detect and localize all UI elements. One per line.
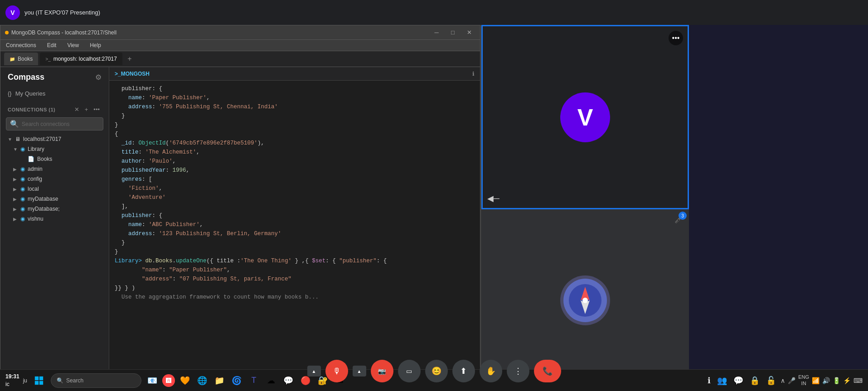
db-item-admin[interactable]: ▶ ◉ admin xyxy=(0,164,109,174)
aravind-avatar xyxy=(560,275,610,325)
more-button[interactable]: ⋮ xyxy=(507,360,529,382)
raise-hand-button[interactable]: ✋ xyxy=(480,360,502,382)
db-item-local[interactable]: ▶ ◉ local xyxy=(0,184,109,194)
db-item-library[interactable]: ▼ ◉ Library xyxy=(0,144,109,154)
db-name-local: local xyxy=(28,186,39,192)
menu-help[interactable]: Help xyxy=(88,41,103,49)
search-bar[interactable]: 🔍 Search xyxy=(51,373,141,388)
lang-line1: ENG xyxy=(798,374,809,380)
search-connections-icon: 🔍 xyxy=(10,120,19,128)
menu-view[interactable]: View xyxy=(65,41,81,49)
shell-icon: >_ xyxy=(45,57,50,62)
db-item-vishnu[interactable]: ▶ ◉ vishnu xyxy=(0,214,109,224)
folder-icon: 📁 xyxy=(10,57,15,62)
lang-line2: IN xyxy=(798,381,809,386)
db-icon-vishnu: ◉ xyxy=(20,216,25,222)
taskbar-icon-onedrive[interactable]: ☁ xyxy=(264,373,278,388)
audio-source-up-button[interactable]: ▲ xyxy=(307,366,321,377)
captions-button[interactable]: ▭ xyxy=(398,360,421,382)
taskbar-icon-teams[interactable]: T xyxy=(247,373,261,388)
compass-window: MongoDB Compass - localhost:27017/Shell … xyxy=(0,25,480,391)
db-item-mydatabase[interactable]: ▶ ◉ myDatabase xyxy=(0,194,109,204)
remove-connection-button[interactable]: ✕ xyxy=(73,105,81,114)
start-button[interactable] xyxy=(31,372,47,389)
code-line: name: 'ABC Publisher', xyxy=(115,220,475,229)
lock-meet-icon[interactable]: 🔓 xyxy=(766,376,776,386)
present-button[interactable]: ⬆ xyxy=(452,360,475,382)
activities-meet-icon[interactable]: 🔒 xyxy=(750,376,760,386)
database-tree: ▼ 🖥 localhost:27017 ▼ ◉ Library 📄 B xyxy=(0,132,109,391)
video-source-up-button[interactable]: ▲ xyxy=(353,366,366,377)
maximize-button[interactable]: □ xyxy=(446,28,459,37)
close-button[interactable]: ✕ xyxy=(463,28,475,37)
taskbar-icon-app1[interactable]: 🅰 xyxy=(162,374,175,387)
mute-button[interactable]: 🎙 xyxy=(325,360,348,382)
minimize-button[interactable]: ─ xyxy=(430,28,443,37)
add-connection-button[interactable]: + xyxy=(83,105,90,114)
avatar: V xyxy=(5,5,20,20)
code-line: 'Fiction', xyxy=(115,184,475,193)
battery-icon[interactable]: 🔋 xyxy=(833,377,840,384)
chat-meet-icon[interactable]: 💬 xyxy=(733,376,743,386)
svg-rect-6 xyxy=(39,376,43,380)
info-meet-icon[interactable]: ℹ xyxy=(708,376,711,386)
sidebar-header: Compass ⚙ xyxy=(0,67,109,86)
self-avatar: V xyxy=(560,92,610,142)
taskbar-icon-whatsapp[interactable]: 💬 xyxy=(281,373,296,388)
taskbar-icon-browser[interactable]: 🌐 xyxy=(195,373,209,388)
camera-off-button[interactable]: 📷 xyxy=(371,360,393,382)
shell-info-icon[interactable]: ℹ xyxy=(472,71,475,77)
connections-actions: ✕ + ••• xyxy=(73,105,102,114)
taskbar-time: 19:31 ic xyxy=(5,373,19,388)
end-call-button[interactable]: 📞 xyxy=(534,360,561,382)
svg-rect-8 xyxy=(39,381,43,384)
taskbar-icon-mail[interactable]: 📧 xyxy=(145,373,160,388)
code-line: }} } ) xyxy=(115,284,475,293)
sidebar-item-my-queries[interactable]: {} My Queries xyxy=(8,87,102,100)
db-item-localhost[interactable]: ▼ 🖥 localhost:27017 xyxy=(0,134,109,144)
expand-arrow-admin: ▶ xyxy=(13,167,18,172)
search-connections-input[interactable] xyxy=(22,121,99,127)
menu-connections[interactable]: Connections xyxy=(4,41,38,49)
taskbar-icon-app2[interactable]: 🧡 xyxy=(178,373,192,388)
tab-mongosh[interactable]: >_ mongosh: localhost:27017 xyxy=(40,53,122,65)
more-icon: ⋮ xyxy=(514,366,522,376)
window-title-text: MongoDB Compass - localhost:27017/Shell xyxy=(11,29,116,36)
meet-bar-icons: ℹ 👥 💬 🔒 🔓 xyxy=(708,376,776,386)
date-display: ic xyxy=(5,381,19,388)
code-line: name: 'Paper Publisher', xyxy=(115,93,475,102)
taskbar-icon-edge[interactable]: 🌀 xyxy=(229,373,244,388)
more-connections-button[interactable]: ••• xyxy=(92,105,102,114)
tray-arrow-icon[interactable]: ∧ xyxy=(781,377,785,384)
emoji-button[interactable]: 😊 xyxy=(425,360,448,382)
tab-books[interactable]: 📁 Books xyxy=(4,53,38,65)
keyboard-icon[interactable]: ⌨ xyxy=(853,377,863,384)
language-badge[interactable]: ENG IN xyxy=(798,374,809,386)
db-icon-admin: ◉ xyxy=(20,166,25,172)
people-meet-icon[interactable]: 👥 xyxy=(717,376,727,386)
tab-mongosh-label: mongosh: localhost:27017 xyxy=(53,56,117,62)
main-area: MongoDB Compass - localhost:27017/Shell … xyxy=(0,25,868,391)
taskbar-icon-folder[interactable]: 📁 xyxy=(212,373,227,388)
settings-icon[interactable]: ⚙ xyxy=(95,73,102,82)
menu-edit[interactable]: Edit xyxy=(45,41,58,49)
db-item-config[interactable]: ▶ ◉ config xyxy=(0,174,109,184)
db-item-mydatabase2[interactable]: ▶ ◉ myDatabase; xyxy=(0,204,109,214)
tab-add-button[interactable]: + xyxy=(124,53,135,64)
hand-icon: ✋ xyxy=(486,366,496,376)
code-editor[interactable]: publisher: { name: 'Paper Publisher', ad… xyxy=(109,81,480,391)
microphone-icon[interactable]: 🎤 xyxy=(788,377,795,384)
power-icon[interactable]: ⚡ xyxy=(843,377,851,384)
wifi-icon[interactable]: 📶 xyxy=(812,377,820,384)
db-name-localhost: localhost:27017 xyxy=(23,136,61,142)
db-name-mydatabase: myDatabase xyxy=(28,196,58,202)
db-item-books[interactable]: 📄 Books xyxy=(0,154,109,164)
more-options-button[interactable]: ••• xyxy=(669,31,683,45)
db-name-books: Books xyxy=(37,156,52,162)
taskbar-left: 19:31 ic ju 🔍 Search 📧 🅰 🧡 🌐 📁 🌀 xyxy=(5,372,347,389)
search-connections-bar[interactable]: 🔍 xyxy=(6,117,103,130)
code-line: genres: [ xyxy=(115,175,475,184)
connections-header: CONNECTIONS (1) ✕ + ••• xyxy=(0,101,109,116)
expand-arrow-localhost: ▼ xyxy=(8,137,12,142)
volume-icon[interactable]: 🔊 xyxy=(822,377,830,384)
